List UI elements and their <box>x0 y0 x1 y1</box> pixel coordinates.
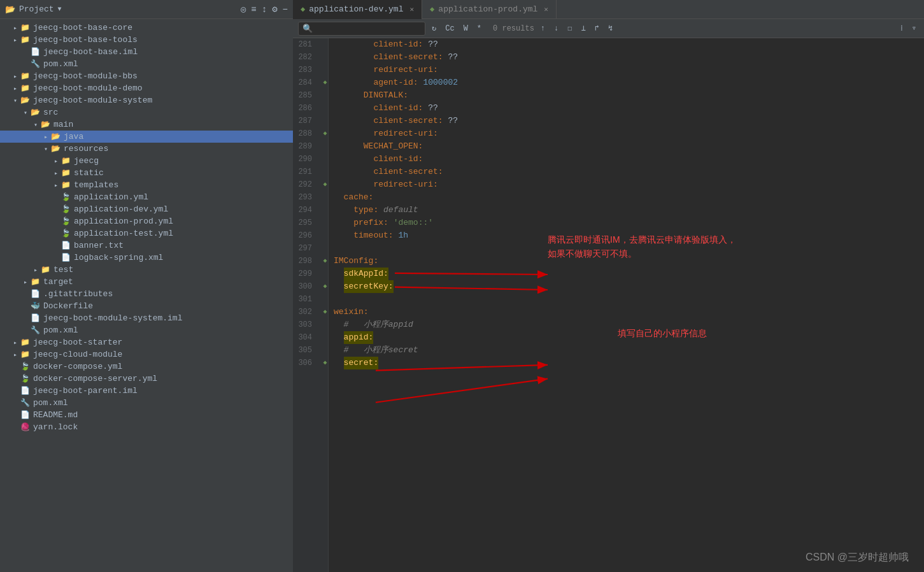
prev-result-btn[interactable]: ↑ <box>538 23 548 34</box>
tree-item-pom-xml-root[interactable]: 🔧pom.xml <box>0 397 293 409</box>
regex-btn[interactable]: * <box>474 23 484 34</box>
include-btn[interactable]: ↯ <box>606 22 615 34</box>
tree-icon-docker-compose-server-yml: 🍃 <box>20 374 31 383</box>
tree-icon-java: 📂 <box>51 132 61 141</box>
locate-icon[interactable]: ◎ <box>241 4 246 15</box>
tree-icon-jeecg-boot-base-iml: 📄 <box>31 47 41 57</box>
tree-icon-pom-xml-1: 🔧 <box>31 59 41 69</box>
code-line-285: DINGTALK: <box>334 89 924 102</box>
code-line-287: client-secret: ?? <box>334 115 924 127</box>
tree-item-src[interactable]: ▾📂src <box>0 106 293 118</box>
gutter-row-281 <box>322 38 328 51</box>
tree-icon-jeecg-boot-module-bbs: 📁 <box>20 71 31 81</box>
exclude-btn[interactable]: ↱ <box>592 22 602 34</box>
tree-item-application-test-yml[interactable]: 🍃application-test.yml <box>0 227 293 240</box>
line-number-295: 295 <box>293 217 317 229</box>
tree-item-jeecg-boot-module-system[interactable]: ▾📂jeecg-boot-module-system <box>0 94 293 106</box>
search-input[interactable] <box>315 24 417 33</box>
tree-arrow-target: ▸ <box>20 278 31 286</box>
replace-icon[interactable]: ↻ <box>429 22 439 34</box>
tree-item-jeecg-res[interactable]: ▸📁jeecg <box>0 155 293 167</box>
tree-icon-application-test-yml: 🍃 <box>61 229 71 238</box>
tree-item-application-dev-yml[interactable]: 🍃application-dev.yml <box>0 203 293 215</box>
case-sensitive-btn[interactable]: Cc <box>443 23 457 34</box>
tree-item-jeecg-boot-parent-iml[interactable]: 📄jeecg-boot-parent.iml <box>0 385 293 397</box>
tree-label-src: src <box>43 108 58 117</box>
tree-item-logback-xml[interactable]: 📄logback-spring.xml <box>0 252 293 264</box>
search-icon: 🔍 <box>302 24 313 34</box>
tree-item-dockerfile[interactable]: 🐳Dockerfile <box>0 300 293 312</box>
tree-item-templates[interactable]: ▸📁templates <box>0 179 293 191</box>
tree-item-main[interactable]: ▾📂main <box>0 118 293 131</box>
tree-arrow-jeecg-boot-module-bbs: ▸ <box>10 73 20 80</box>
tree-item-pom-xml-1[interactable]: 🔧pom.xml <box>0 58 293 70</box>
tree-item-jeecg-cloud-module[interactable]: ▸📁jeecg-cloud-module <box>0 348 293 361</box>
line-number-283: 283 <box>293 64 317 76</box>
tree-item-docker-compose-server-yml[interactable]: 🍃docker-compose-server.yml <box>0 373 293 385</box>
tree-label-test: test <box>53 265 73 275</box>
code-line-302: weixin: <box>334 306 924 318</box>
tree-item-jeecg-boot-base-core[interactable]: ▸📁jeecg-boot-base-core <box>0 22 293 34</box>
tree-icon-resources: 📂 <box>51 144 61 154</box>
tree-label-application-yml: application.yml <box>74 192 148 202</box>
code-line-296: timeout: 1h <box>334 229 924 242</box>
expand-btn[interactable]: ☐ <box>565 22 574 34</box>
tree-item-banner-txt[interactable]: 📄banner.txt <box>0 240 293 252</box>
gutter-row-283 <box>322 64 328 76</box>
tree-item-target[interactable]: ▸📁target <box>0 276 293 288</box>
tree-label-docker-compose-server-yml: docker-compose-server.yml <box>33 374 157 383</box>
sort-icon[interactable]: ↕ <box>262 4 267 15</box>
line-number-297: 297 <box>293 242 317 255</box>
tree-icon-readme-md: 📄 <box>20 410 31 420</box>
tree-item-module-system-iml[interactable]: 📄jeecg-boot-module-system.iml <box>0 312 293 324</box>
tree-icon-jeecg-boot-starter: 📁 <box>20 338 31 347</box>
tree-item-application-prod-yml[interactable]: 🍃application-prod.yml <box>0 215 293 227</box>
settings-icon[interactable]: ⚙ <box>272 4 277 15</box>
tree-item-jeecg-boot-module-demo[interactable]: ▸📁jeecg-boot-module-demo <box>0 82 293 94</box>
tree-item-jeecg-boot-base-iml[interactable]: 📄jeecg-boot-base.iml <box>0 46 293 58</box>
code-container: 2812822832842852862872882892902912922932… <box>293 38 924 572</box>
line-number-305: 305 <box>293 344 317 357</box>
tree-icon-application-prod-yml: 🍃 <box>61 217 71 226</box>
tree-icon-banner-txt: 📄 <box>61 241 71 250</box>
tree-item-java[interactable]: ▸📂java <box>0 131 293 143</box>
pin-btn[interactable]: ⊥ <box>579 22 588 34</box>
tree-item-readme-md[interactable]: 📄README.md <box>0 409 293 421</box>
line-number-285: 285 <box>293 89 317 102</box>
format-btn[interactable]: ⁞ <box>898 22 906 34</box>
tree-item-jeecg-boot-module-bbs[interactable]: ▸📁jeecg-boot-module-bbs <box>0 70 293 82</box>
tab-close-dev[interactable]: ✕ <box>409 5 414 13</box>
next-result-btn[interactable]: ↓ <box>551 23 561 34</box>
tree-item-static[interactable]: ▸📁static <box>0 167 293 179</box>
tab-label-dev: application-dev.yml <box>309 4 403 14</box>
code-line-282: client-secret: ?? <box>334 51 924 64</box>
filter-btn[interactable]: ▿ <box>909 22 919 34</box>
code-line-288: redirect-uri: <box>334 127 924 140</box>
tree-item-gitattributes[interactable]: 📄.gitattributes <box>0 288 293 300</box>
code-line-294: type: default <box>334 204 924 217</box>
tree-item-jeecg-boot-starter[interactable]: ▸📁jeecg-boot-starter <box>0 336 293 348</box>
gutter-row-295 <box>322 217 328 229</box>
close-icon[interactable]: − <box>283 4 288 15</box>
search-box[interactable]: 🔍 <box>298 22 425 36</box>
collapse-icon[interactable]: ≡ <box>251 4 256 15</box>
tree-item-yarn-lock[interactable]: 🧶yarn.lock <box>0 421 293 433</box>
tree-item-resources[interactable]: ▾📂resources <box>0 143 293 155</box>
tab-close-prod[interactable]: ✕ <box>544 5 548 13</box>
tree-item-pom-xml-2[interactable]: 🔧pom.xml <box>0 324 293 336</box>
code-content[interactable]: client-id: ?? client-secret: ?? redirect… <box>329 38 924 572</box>
tree-item-docker-compose-yml[interactable]: 🍃docker-compose.yml <box>0 361 293 373</box>
tab-prod[interactable]: ◆ application-prod.yml ✕ <box>422 0 557 19</box>
tree-label-target: target <box>43 277 73 287</box>
dropdown-icon[interactable]: ▼ <box>58 6 62 13</box>
word-btn[interactable]: W <box>461 23 471 34</box>
code-line-293: cache: <box>334 191 924 204</box>
tab-dev[interactable]: ◆ application-dev.yml ✕ <box>293 0 422 19</box>
tree-item-application-yml[interactable]: 🍃application.yml <box>0 191 293 203</box>
tree-item-jeecg-boot-base-tools[interactable]: ▸📁jeecg-boot-base-tools <box>0 34 293 46</box>
line-number-284: 284 <box>293 76 317 89</box>
tree-label-static: static <box>74 168 104 178</box>
code-line-301 <box>334 293 924 306</box>
tree-item-test[interactable]: ▸📁test <box>0 264 293 276</box>
tree-icon-docker-compose-yml: 🍃 <box>20 362 31 371</box>
